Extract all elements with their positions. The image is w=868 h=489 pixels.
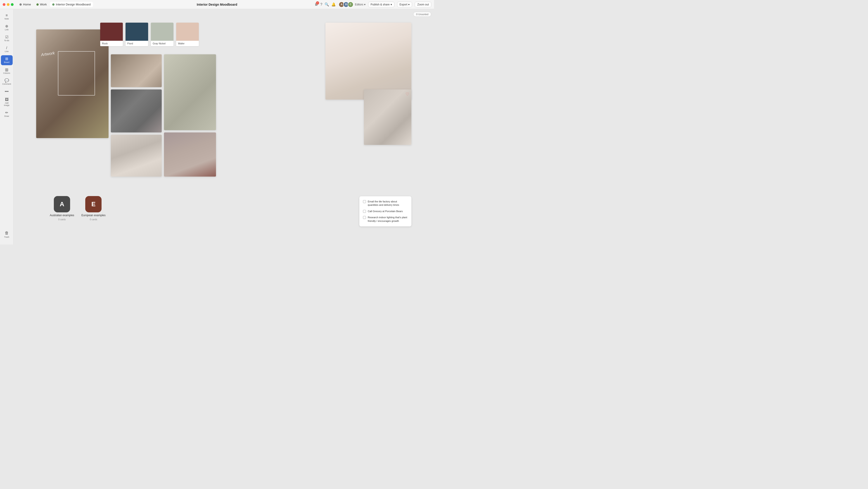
page-title: Interior Design Moodboard: [197, 3, 237, 6]
notification-icon[interactable]: 🖥 21: [314, 2, 318, 6]
todo-checkbox-2[interactable]: [363, 210, 366, 213]
sidebar-comment-label: Comment: [2, 83, 11, 85]
export-label: Export: [400, 3, 407, 6]
sidebar-item-link[interactable]: ⊕ Link: [1, 23, 13, 33]
folder-european-icon: E: [85, 196, 101, 212]
image-architecture[interactable]: Artwork: [36, 29, 108, 138]
swatch-gray-nickel-color: [151, 23, 174, 41]
swatch-wafer[interactable]: Wafer: [176, 23, 199, 46]
sidebar-item-board[interactable]: ⊞ Board: [1, 55, 13, 65]
todo-checkbox-3[interactable]: [363, 216, 366, 219]
swatch-gray-nickel[interactable]: Gray Nickel: [151, 23, 174, 46]
sidebar-item-todo[interactable]: ☑ To-do: [1, 33, 13, 44]
swatch-gray-nickel-label: Gray Nickel: [151, 41, 174, 46]
tab-work[interactable]: Work: [34, 2, 49, 7]
sidebar-todo-label: To-do: [4, 39, 9, 42]
heart-icon[interactable]: ♡: [405, 92, 409, 97]
swatch-fiord-color: [126, 23, 148, 41]
sidebar-link-label: Link: [5, 29, 9, 31]
sidebar-item-draw[interactable]: ✏ Draw: [1, 109, 13, 119]
search-icon[interactable]: 🔍: [324, 2, 329, 6]
image-bedroom[interactable]: [164, 133, 216, 177]
sidebar-item-line[interactable]: / Line: [1, 45, 13, 54]
sidebar-item-note[interactable]: ≡ Note: [1, 12, 13, 22]
color-swatches-row: Rock Fiord Gray Nickel Wafer: [100, 23, 200, 46]
folder-european[interactable]: E European examples 0 cards: [82, 196, 105, 221]
image-chair[interactable]: [111, 135, 162, 177]
todo-text-3: Research indoor lighting that's plant fr…: [368, 216, 408, 223]
todo-card: Email the tile factory about quantities …: [360, 196, 411, 226]
comment-icon: 💬: [4, 79, 9, 82]
close-button[interactable]: [3, 3, 5, 6]
swatch-fiord[interactable]: Fiord: [126, 23, 148, 46]
image-bottles[interactable]: [111, 89, 162, 133]
todo-text-1: Email the tile factory about quantities …: [368, 200, 408, 207]
swatch-wafer-color: [176, 23, 199, 41]
note-icon: ≡: [6, 13, 8, 17]
image-minimalist-room[interactable]: Play: [326, 23, 411, 99]
tab-moodboard[interactable]: Interior Design Moodboard: [50, 2, 93, 7]
tab-work-label: Work: [40, 3, 47, 6]
sidebar-draw-label: Draw: [4, 115, 9, 117]
addimage-icon: 🖼: [5, 98, 9, 102]
folder-australian[interactable]: A Australian examples 0 cards: [50, 196, 74, 221]
image-texture[interactable]: [164, 54, 216, 130]
notification-count: 21: [316, 1, 319, 4]
swatch-wafer-label: Wafer: [176, 41, 199, 46]
link-icon: ⊕: [5, 24, 8, 28]
bell-icon[interactable]: 🔔: [331, 2, 336, 6]
minimize-button[interactable]: [7, 3, 9, 6]
zoom-label: Zoom out: [417, 3, 429, 6]
sidebar-item-trash[interactable]: 🗑 Trash: [1, 229, 13, 240]
todo-checkbox-1[interactable]: [363, 200, 366, 203]
image-vase[interactable]: ♡: [364, 89, 411, 145]
image-mug[interactable]: [111, 54, 162, 87]
swatch-fiord-label: Fiord: [126, 41, 148, 46]
todo-item-2: Call Greoory at Porcelain Bears: [363, 210, 408, 213]
avatar-3: C: [348, 2, 353, 7]
swatch-rock[interactable]: Rock: [100, 23, 123, 46]
editor-avatars: A B C: [339, 2, 353, 7]
trash-icon: 🗑: [5, 231, 9, 235]
folder-australian-icon: A: [54, 196, 70, 212]
tab-moodboard-dot: [52, 3, 55, 6]
swatch-rock-label: Rock: [100, 41, 123, 46]
todo-icon: ☑: [5, 35, 8, 39]
folder-australian-label: Australian examples: [50, 214, 74, 217]
sidebar-item-more[interactable]: •••: [1, 88, 13, 95]
line-icon: /: [6, 46, 7, 50]
folder-european-label: European examples: [82, 214, 105, 217]
editors-chevron-icon: ▾: [364, 3, 366, 6]
tab-work-dot: [36, 3, 39, 6]
swatch-rock-color: [100, 23, 123, 41]
more-icon: •••: [5, 90, 9, 93]
maximize-button[interactable]: [11, 3, 13, 6]
folder-european-count: 0 cards: [90, 218, 97, 221]
sidebar-column-label: Column: [3, 72, 10, 74]
unsorted-badge: 0 Unsorted: [413, 12, 431, 17]
sidebar-item-column[interactable]: ▥ Column: [1, 66, 13, 76]
artwork-annotation: Artwork: [41, 42, 108, 57]
publish-share-button[interactable]: Publish & share ▾: [368, 2, 395, 7]
editors-button[interactable]: Editors ▾: [355, 3, 365, 6]
trash-label: Trash: [4, 236, 9, 238]
publish-share-label: Publish & share: [371, 3, 390, 6]
sidebar-item-comment[interactable]: 💬 Comment: [1, 77, 13, 87]
board-icon: ⊞: [5, 57, 8, 61]
app-body: ≡ Note ⊕ Link ☑ To-do / Line ⊞ Board ▥ C…: [0, 9, 434, 244]
help-icon[interactable]: ?: [320, 2, 322, 6]
sidebar: ≡ Note ⊕ Link ☑ To-do / Line ⊞ Board ▥ C…: [0, 9, 13, 244]
titlebar-right: 🖥 21 ? 🔍 🔔 A B C Editors ▾ Publish & sha…: [314, 2, 431, 7]
sidebar-item-addimage[interactable]: 🖼 Add image: [1, 96, 13, 108]
tab-home[interactable]: Home: [17, 2, 33, 7]
editors-label: Editors: [355, 3, 363, 6]
moodboard: Artwork Rock Fiord Gray Nickel: [36, 23, 425, 235]
sidebar-line-label: Line: [5, 50, 9, 53]
sidebar-addimage-label: Add image: [2, 102, 11, 107]
canvas-area[interactable]: 0 Unsorted Artwork Rock Fiord Gray N: [13, 9, 434, 244]
export-button[interactable]: Export ▾: [397, 2, 412, 7]
folder-australian-count: 0 cards: [58, 218, 66, 221]
zoom-out-button[interactable]: Zoom out: [415, 2, 431, 7]
tab-home-label: Home: [23, 3, 31, 6]
sidebar-board-label: Board: [4, 61, 9, 63]
